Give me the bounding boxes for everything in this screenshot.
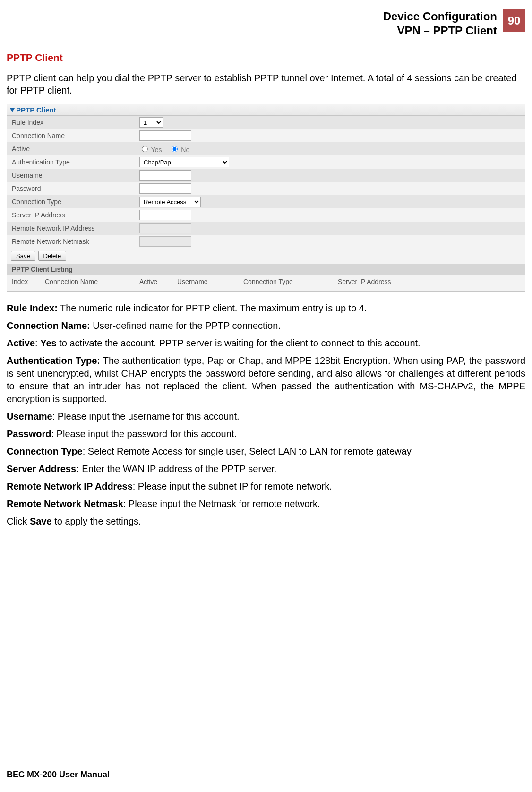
def-srv-label: Server Address: (7, 464, 79, 474)
connection-type-select[interactable]: Remote Access (139, 197, 201, 207)
intro-text: PPTP client can help you dial the PPTP s… (7, 72, 525, 96)
row-auth-type: Authentication Type Chap/Pap (7, 155, 525, 169)
row-rule-index: Rule Index 1 (7, 116, 525, 129)
panel-title-bar[interactable]: PPTP Client (7, 104, 525, 116)
page-number: 90 (503, 9, 525, 32)
col-username: Username (177, 278, 243, 285)
def-ctype-label: Connection Type (7, 446, 83, 456)
panel-title: PPTP Client (16, 106, 56, 114)
label-connection-name: Connection Name (12, 132, 139, 139)
def-rule-index-text: The numeric rule indicator for PPTP clie… (58, 303, 367, 313)
header-line2: VPN – PPTP Client (383, 24, 497, 38)
username-input[interactable] (139, 170, 191, 181)
row-remote-mask: Remote Network Netmask (7, 235, 525, 248)
def-auth-label: Authentication Type: (7, 355, 100, 366)
footer-text: BEC MX-200 User Manual (7, 770, 110, 780)
listing-columns: Index Connection Name Active Username Co… (7, 275, 525, 291)
row-connection-name: Connection Name (7, 129, 525, 142)
def-active-sep: : (35, 338, 40, 348)
row-server-ip: Server IP Address (7, 208, 525, 222)
button-row: Save Delete (7, 248, 525, 264)
remote-mask-input[interactable] (139, 236, 191, 247)
col-conn-name: Connection Name (45, 278, 139, 285)
label-rule-index: Rule Index (12, 119, 139, 126)
chevron-down-icon (10, 108, 15, 112)
row-connection-type: Connection Type Remote Access (7, 195, 525, 208)
active-yes-label: Yes (151, 146, 162, 154)
connection-name-input[interactable] (139, 130, 191, 141)
active-yes-radio[interactable] (142, 146, 148, 152)
def-save-b: Save (30, 516, 52, 526)
label-connection-type: Connection Type (12, 198, 139, 206)
auth-type-select[interactable]: Chap/Pap (139, 157, 229, 167)
label-auth-type: Authentication Type (12, 158, 139, 166)
active-no-radio[interactable] (172, 146, 178, 152)
def-save-pre: Click (7, 516, 30, 526)
def-rmask-label: Remote Network Netmask (7, 499, 123, 509)
server-ip-input[interactable] (139, 210, 191, 220)
active-no-label: No (181, 146, 189, 154)
col-active: Active (139, 278, 177, 285)
header-line1: Device Configuration (383, 9, 497, 24)
col-conn-type: Connection Type (243, 278, 338, 285)
def-active-label: Active (7, 338, 35, 348)
listing-title: PPTP Client Listing (7, 264, 525, 275)
label-remote-mask: Remote Network Netmask (12, 238, 139, 245)
label-remote-ip: Remote Network IP Address (12, 224, 139, 232)
def-user-text: : Please input the username for this acc… (52, 411, 240, 422)
label-active: Active (12, 145, 139, 153)
def-user-label: Username (7, 411, 52, 422)
def-active-text: to activate the account. PPTP server is … (57, 338, 420, 348)
def-rip-label: Remote Network IP Address (7, 481, 133, 491)
col-server-ip: Server IP Address (338, 278, 520, 285)
def-rmask-text: : Please input the Netmask for remote ne… (123, 499, 320, 509)
delete-button[interactable]: Delete (38, 251, 67, 261)
def-conn-name-text: User-defined name for the PPTP connectio… (90, 320, 281, 331)
rule-index-select[interactable]: 1 (139, 117, 163, 128)
label-username: Username (12, 172, 139, 179)
def-rule-index-label: Rule Index: (7, 303, 58, 313)
row-active: Active Yes No (7, 142, 525, 155)
remote-ip-input[interactable] (139, 223, 191, 233)
def-save-post: to apply the settings. (52, 516, 141, 526)
page-header: Device Configuration VPN – PPTP Client 9… (7, 9, 525, 38)
def-rip-text: : Please input the subnet IP for remote … (133, 481, 332, 491)
def-pass-label: Password (7, 429, 51, 439)
pptp-client-panel: PPTP Client Rule Index 1 Connection Name… (7, 104, 525, 292)
def-active-yes: Yes (40, 338, 56, 348)
label-server-ip: Server IP Address (12, 211, 139, 219)
save-button[interactable]: Save (11, 251, 35, 261)
row-remote-ip: Remote Network IP Address (7, 222, 525, 235)
def-srv-text: Enter the WAN IP address of the PPTP ser… (79, 464, 277, 474)
def-ctype-text: : Select Remote Access for single user, … (83, 446, 413, 456)
label-password: Password (12, 185, 139, 192)
row-password: Password (7, 182, 525, 195)
def-pass-text: : Please input the password for this acc… (51, 429, 236, 439)
row-username: Username (7, 169, 525, 182)
definitions-block: Rule Index: The numeric rule indicator f… (7, 302, 525, 528)
col-index: Index (12, 278, 45, 285)
def-conn-name-label: Connection Name: (7, 320, 90, 331)
section-title: PPTP Client (7, 52, 525, 63)
password-input[interactable] (139, 183, 191, 194)
